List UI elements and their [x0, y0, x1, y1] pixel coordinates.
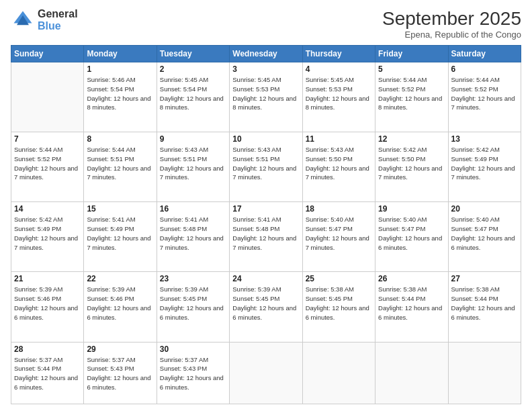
day-info: Sunrise: 5:43 AM Sunset: 5:51 PM Dayligh…	[160, 145, 226, 182]
logo-icon	[11, 8, 35, 32]
title-block: September 2025 Epena, Republic of the Co…	[382, 8, 521, 40]
calendar-day-cell: 25Sunrise: 5:38 AM Sunset: 5:45 PM Dayli…	[302, 272, 375, 342]
day-number: 2	[160, 64, 226, 74]
calendar-day-cell: 13Sunrise: 5:42 AM Sunset: 5:49 PM Dayli…	[448, 132, 521, 202]
calendar-day-cell: 30Sunrise: 5:37 AM Sunset: 5:43 PM Dayli…	[157, 342, 229, 404]
day-number: 19	[378, 204, 445, 214]
day-number: 7	[14, 134, 81, 144]
calendar-day-cell: 6Sunrise: 5:44 AM Sunset: 5:52 PM Daylig…	[448, 62, 521, 132]
day-info: Sunrise: 5:42 AM Sunset: 5:49 PM Dayligh…	[14, 215, 81, 252]
day-number: 13	[451, 134, 518, 144]
calendar-day-cell: 9Sunrise: 5:43 AM Sunset: 5:51 PM Daylig…	[157, 132, 229, 202]
day-info: Sunrise: 5:45 AM Sunset: 5:54 PM Dayligh…	[160, 75, 226, 112]
day-info: Sunrise: 5:38 AM Sunset: 5:44 PM Dayligh…	[378, 285, 445, 322]
calendar-header-row: SundayMondayTuesdayWednesdayThursdayFrid…	[11, 46, 521, 62]
logo: General Blue	[11, 8, 78, 32]
calendar-day-cell: 15Sunrise: 5:41 AM Sunset: 5:49 PM Dayli…	[84, 202, 157, 272]
day-info: Sunrise: 5:45 AM Sunset: 5:53 PM Dayligh…	[232, 75, 299, 112]
calendar-day-cell: 24Sunrise: 5:39 AM Sunset: 5:45 PM Dayli…	[230, 272, 302, 342]
day-number: 20	[451, 204, 518, 214]
calendar-day-cell: 23Sunrise: 5:39 AM Sunset: 5:45 PM Dayli…	[157, 272, 229, 342]
day-info: Sunrise: 5:44 AM Sunset: 5:51 PM Dayligh…	[87, 145, 153, 182]
day-number: 9	[160, 134, 226, 144]
weekday-header: Wednesday	[230, 46, 302, 62]
day-number: 22	[87, 274, 153, 283]
calendar-day-cell: 29Sunrise: 5:37 AM Sunset: 5:43 PM Dayli…	[84, 342, 157, 404]
day-number: 1	[87, 64, 153, 74]
day-number: 30	[160, 345, 226, 354]
calendar-week-row: 7Sunrise: 5:44 AM Sunset: 5:52 PM Daylig…	[11, 132, 521, 202]
day-number: 29	[87, 345, 153, 354]
day-info: Sunrise: 5:39 AM Sunset: 5:46 PM Dayligh…	[87, 285, 153, 322]
sub-title: Epena, Republic of the Congo	[382, 30, 521, 40]
calendar-day-cell: 22Sunrise: 5:39 AM Sunset: 5:46 PM Dayli…	[84, 272, 157, 342]
weekday-header: Thursday	[302, 46, 375, 62]
day-info: Sunrise: 5:40 AM Sunset: 5:47 PM Dayligh…	[451, 215, 518, 252]
day-number: 11	[306, 134, 372, 144]
calendar-day-cell	[448, 342, 521, 404]
day-number: 6	[451, 64, 518, 74]
calendar-day-cell: 10Sunrise: 5:43 AM Sunset: 5:51 PM Dayli…	[230, 132, 302, 202]
calendar-day-cell: 5Sunrise: 5:44 AM Sunset: 5:52 PM Daylig…	[375, 62, 448, 132]
day-number: 3	[232, 64, 299, 74]
day-info: Sunrise: 5:41 AM Sunset: 5:48 PM Dayligh…	[232, 215, 299, 252]
day-number: 28	[14, 345, 81, 354]
day-number: 18	[306, 204, 372, 214]
day-info: Sunrise: 5:43 AM Sunset: 5:51 PM Dayligh…	[232, 145, 299, 182]
day-info: Sunrise: 5:42 AM Sunset: 5:50 PM Dayligh…	[378, 145, 445, 182]
calendar-day-cell: 12Sunrise: 5:42 AM Sunset: 5:50 PM Dayli…	[375, 132, 448, 202]
day-info: Sunrise: 5:44 AM Sunset: 5:52 PM Dayligh…	[451, 75, 518, 112]
day-info: Sunrise: 5:38 AM Sunset: 5:45 PM Dayligh…	[306, 285, 372, 322]
day-info: Sunrise: 5:44 AM Sunset: 5:52 PM Dayligh…	[378, 75, 445, 112]
calendar-day-cell: 2Sunrise: 5:45 AM Sunset: 5:54 PM Daylig…	[157, 62, 229, 132]
calendar-day-cell: 26Sunrise: 5:38 AM Sunset: 5:44 PM Dayli…	[375, 272, 448, 342]
weekday-header: Friday	[375, 46, 448, 62]
calendar-week-row: 28Sunrise: 5:37 AM Sunset: 5:44 PM Dayli…	[11, 342, 521, 404]
day-info: Sunrise: 5:40 AM Sunset: 5:47 PM Dayligh…	[306, 215, 372, 252]
logo-text: General Blue	[38, 8, 78, 32]
day-info: Sunrise: 5:40 AM Sunset: 5:47 PM Dayligh…	[378, 215, 445, 252]
calendar-week-row: 21Sunrise: 5:39 AM Sunset: 5:46 PM Dayli…	[11, 272, 521, 342]
calendar-day-cell: 20Sunrise: 5:40 AM Sunset: 5:47 PM Dayli…	[448, 202, 521, 272]
day-number: 12	[378, 134, 445, 144]
calendar-day-cell	[11, 62, 84, 132]
day-info: Sunrise: 5:42 AM Sunset: 5:49 PM Dayligh…	[451, 145, 518, 182]
calendar-day-cell	[375, 342, 448, 404]
calendar-table: SundayMondayTuesdayWednesdayThursdayFrid…	[11, 45, 521, 404]
day-number: 17	[232, 204, 299, 214]
day-info: Sunrise: 5:45 AM Sunset: 5:53 PM Dayligh…	[306, 75, 372, 112]
weekday-header: Tuesday	[157, 46, 229, 62]
calendar-week-row: 1Sunrise: 5:46 AM Sunset: 5:54 PM Daylig…	[11, 62, 521, 132]
day-info: Sunrise: 5:39 AM Sunset: 5:45 PM Dayligh…	[160, 285, 226, 322]
page: General Blue September 2025 Epena, Repub…	[0, 0, 532, 411]
calendar-day-cell: 21Sunrise: 5:39 AM Sunset: 5:46 PM Dayli…	[11, 272, 84, 342]
day-info: Sunrise: 5:37 AM Sunset: 5:43 PM Dayligh…	[160, 355, 226, 392]
weekday-header: Monday	[84, 46, 157, 62]
calendar-day-cell: 19Sunrise: 5:40 AM Sunset: 5:47 PM Dayli…	[375, 202, 448, 272]
day-info: Sunrise: 5:43 AM Sunset: 5:50 PM Dayligh…	[306, 145, 372, 182]
main-title: September 2025	[382, 8, 521, 30]
day-info: Sunrise: 5:37 AM Sunset: 5:43 PM Dayligh…	[87, 355, 153, 392]
day-number: 15	[87, 204, 153, 214]
calendar-week-row: 14Sunrise: 5:42 AM Sunset: 5:49 PM Dayli…	[11, 202, 521, 272]
calendar-day-cell: 4Sunrise: 5:45 AM Sunset: 5:53 PM Daylig…	[302, 62, 375, 132]
logo-blue: Blue	[38, 20, 78, 32]
header: General Blue September 2025 Epena, Repub…	[11, 8, 521, 40]
calendar-day-cell: 8Sunrise: 5:44 AM Sunset: 5:51 PM Daylig…	[84, 132, 157, 202]
calendar-day-cell: 14Sunrise: 5:42 AM Sunset: 5:49 PM Dayli…	[11, 202, 84, 272]
calendar-day-cell: 3Sunrise: 5:45 AM Sunset: 5:53 PM Daylig…	[230, 62, 302, 132]
day-number: 25	[306, 274, 372, 283]
day-number: 27	[451, 274, 518, 283]
calendar-day-cell	[230, 342, 302, 404]
weekday-header: Saturday	[448, 46, 521, 62]
day-info: Sunrise: 5:39 AM Sunset: 5:45 PM Dayligh…	[232, 285, 299, 322]
day-info: Sunrise: 5:38 AM Sunset: 5:44 PM Dayligh…	[451, 285, 518, 322]
day-info: Sunrise: 5:46 AM Sunset: 5:54 PM Dayligh…	[87, 75, 153, 112]
logo-general: General	[38, 8, 78, 20]
day-number: 21	[14, 274, 81, 283]
calendar-day-cell	[302, 342, 375, 404]
day-info: Sunrise: 5:39 AM Sunset: 5:46 PM Dayligh…	[14, 285, 81, 322]
day-number: 4	[306, 64, 372, 74]
day-number: 16	[160, 204, 226, 214]
day-number: 8	[87, 134, 153, 144]
